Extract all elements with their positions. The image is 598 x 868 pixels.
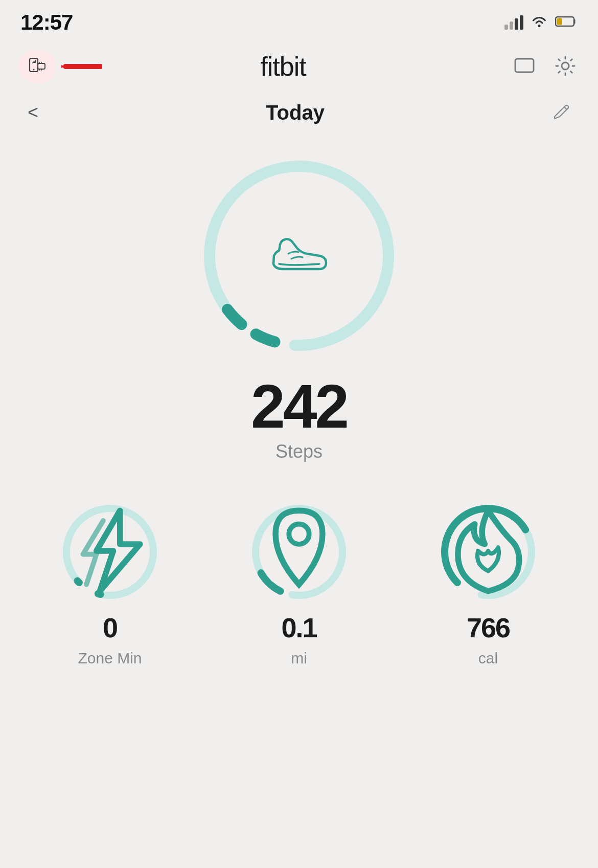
zone-min-icon	[56, 497, 164, 607]
stat-zone-min[interactable]: 0 Zone Min	[15, 498, 204, 667]
zone-min-value: 0	[103, 612, 117, 643]
settings-button[interactable]	[551, 52, 580, 82]
device-sync-button[interactable]	[18, 50, 56, 83]
steps-value: 242	[251, 375, 347, 437]
back-button[interactable]: <	[22, 100, 43, 125]
distance-ring	[245, 498, 353, 606]
steps-shoe-icon	[266, 227, 332, 285]
message-icon	[513, 55, 536, 77]
svg-point-16	[289, 524, 309, 544]
stat-calories[interactable]: 766 cal	[394, 498, 583, 667]
svg-rect-2	[557, 18, 562, 25]
calories-value: 766	[467, 612, 510, 643]
zone-min-label: Zone Min	[78, 650, 142, 667]
status-bar: 12:57	[0, 0, 598, 41]
calories-ring	[434, 498, 542, 606]
distance-label: mi	[291, 650, 307, 667]
status-icons	[504, 14, 578, 31]
battery-icon	[555, 15, 578, 30]
svg-rect-5	[38, 63, 45, 69]
nav-bar: < Today	[0, 92, 598, 133]
signal-icon	[504, 15, 523, 30]
edit-icon	[552, 103, 570, 121]
messages-button[interactable]	[510, 52, 539, 82]
svg-point-4	[33, 69, 35, 71]
svg-rect-8	[515, 59, 534, 72]
settings-icon	[554, 55, 577, 77]
svg-point-0	[538, 25, 541, 27]
annotation-arrow	[61, 55, 102, 78]
steps-ring[interactable]	[192, 148, 406, 363]
zone-min-ring	[56, 498, 164, 606]
device-sync-icon	[28, 57, 47, 76]
stats-row: 0 Zone Min 0.1 mi	[0, 473, 598, 687]
svg-point-9	[562, 62, 569, 70]
edit-button[interactable]	[547, 101, 576, 125]
calories-label: cal	[478, 650, 498, 667]
distance-value: 0.1	[281, 612, 316, 643]
steps-section: 242 Steps	[0, 133, 598, 473]
stat-distance[interactable]: 0.1 mi	[204, 498, 394, 667]
distance-icon	[245, 497, 353, 607]
header: fitbit	[0, 41, 598, 92]
app-title: fitbit	[260, 51, 306, 82]
header-actions	[510, 52, 580, 82]
calories-icon	[434, 497, 542, 607]
status-time: 12:57	[20, 10, 73, 35]
nav-title: Today	[266, 101, 325, 124]
wifi-icon	[531, 14, 548, 31]
steps-label: Steps	[275, 441, 323, 462]
